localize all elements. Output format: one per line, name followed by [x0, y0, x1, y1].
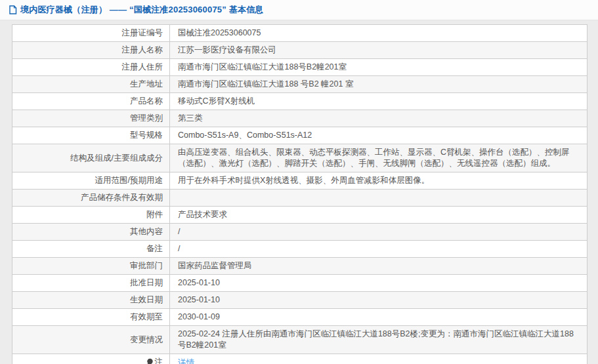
row-value	[170, 190, 587, 207]
row-value-text: 南通市海门区临江镇临江大道188号B2幢201室	[178, 62, 347, 71]
table-row: 生效日期2025-01-10	[12, 292, 587, 309]
row-label: 管理类别	[12, 110, 170, 127]
row-value: 用于在外科手术时提供X射线透视、摄影、外周血管减影和体层图像。	[170, 172, 587, 190]
basic-info-table-body: 注册证编号国械注准20253060075注册人名称江苏一影医疗设备有限公司注册人…	[12, 25, 587, 364]
row-label: 附件	[12, 207, 170, 224]
table-row: 管理类别第三类	[12, 110, 587, 127]
row-label: 生效日期	[12, 292, 170, 309]
table-row: 适用范围/预期用途用于在外科手术时提供X射线透视、摄影、外周血管减影和体层图像。	[12, 172, 587, 190]
row-value: 第三类	[170, 110, 587, 127]
row-label-text: 批准日期	[130, 278, 163, 287]
table-row: 注册人名称江苏一影医疗设备有限公司	[12, 42, 587, 59]
row-value: 2030-01-09	[170, 309, 587, 326]
table-row: 产品名称移动式C形臂X射线机	[12, 93, 587, 110]
row-value: 由高压逆变器、组合机头、限束器、动态平板探测器、工作站、显示器、C臂机架、操作台…	[170, 144, 587, 172]
row-value: 详情	[170, 354, 587, 364]
row-value-text: 2025-02-24 注册人住所由南通市海门区临江镇临江大道188号B2楼;变更…	[178, 329, 574, 350]
row-label-text: 产品储存条件及有效期	[81, 193, 163, 202]
row-label: 批准日期	[12, 275, 170, 292]
row-value-text: 江苏一影医疗设备有限公司	[178, 45, 276, 54]
table-row: 有效期至2030-01-09	[12, 309, 587, 326]
row-value-text: 国家药品监督管理局	[178, 261, 252, 270]
row-value: 2025-01-10	[170, 275, 587, 292]
row-value-text: 移动式C形臂X射线机	[178, 96, 255, 106]
row-label: 产品储存条件及有效期	[12, 190, 170, 207]
row-label: 注册证编号	[12, 25, 170, 42]
row-label-text: 生产地址	[130, 79, 163, 89]
row-value: 国家药品监督管理局	[170, 258, 587, 275]
table-row: 结构及组成/主要组成成分由高压逆变器、组合机头、限束器、动态平板探测器、工作站、…	[12, 144, 587, 172]
table-row: 备注/	[12, 241, 587, 258]
row-value: 移动式C形臂X射线机	[170, 93, 587, 110]
row-value-text: 由高压逆变器、组合机头、限束器、动态平板探测器、工作站、显示器、C臂机架、操作台…	[178, 148, 570, 168]
table-row: 附件产品技术要求	[12, 207, 587, 224]
table-row: 注册证编号国械注准20253060075	[12, 25, 587, 42]
page-header: 境内医疗器械（注册） —— “国械注准20253060075” 基本信息	[0, 0, 598, 20]
table-row: 产品储存条件及有效期	[12, 190, 587, 207]
row-label: 备注	[12, 241, 170, 258]
row-label-text: 注	[155, 357, 163, 364]
document-icon	[9, 5, 17, 14]
row-value-text: 用于在外科手术时提供X射线透视、摄影、外周血管减影和体层图像。	[178, 176, 429, 185]
row-label: 注	[12, 354, 170, 364]
row-value-text: 第三类	[178, 113, 203, 123]
row-value-text: 2025-01-10	[178, 278, 220, 287]
basic-info-panel: 注册证编号国械注准20253060075注册人名称江苏一影医疗设备有限公司注册人…	[12, 24, 587, 364]
row-value: Combo-S51s-A9、Combo-S51s-A12	[170, 127, 587, 144]
row-value-text: /	[178, 244, 180, 253]
table-row: 变更情况2025-02-24 注册人住所由南通市海门区临江镇临江大道188号B2…	[12, 326, 587, 354]
table-row: 生产地址南通市海门区临江镇临江大道188 号B2 幢201 室	[12, 76, 587, 93]
row-value: /	[170, 224, 587, 241]
row-label-text: 管理类别	[130, 113, 163, 123]
row-value-text: 国械注准20253060075	[178, 28, 261, 37]
row-label-text: 有效期至	[130, 312, 163, 321]
table-row: 审批部门国家药品监督管理局	[12, 258, 587, 275]
table-row: 注册人住所南通市海门区临江镇临江大道188号B2幢201室	[12, 59, 587, 76]
row-label-text: 注册证编号	[122, 28, 163, 37]
page-title: 境内医疗器械（注册） —— “国械注准20253060075” 基本信息	[20, 4, 264, 16]
row-label-text: 结构及组成/主要组成成分	[70, 153, 163, 163]
row-value: 南通市海门区临江镇临江大道188号B2幢201室	[170, 59, 587, 76]
row-label-text: 注册人住所	[122, 62, 163, 71]
row-label: 结构及组成/主要组成成分	[12, 144, 170, 172]
details-link[interactable]: 详情	[178, 358, 194, 364]
row-label-text: 备注	[146, 244, 163, 253]
row-label-text: 产品名称	[130, 96, 163, 106]
row-label: 型号规格	[12, 127, 170, 144]
row-label: 适用范围/预期用途	[12, 172, 170, 190]
row-value: 2025-01-10	[170, 292, 587, 309]
row-value-text: /	[178, 227, 180, 236]
table-row: 批准日期2025-01-10	[12, 275, 587, 292]
row-label: 变更情况	[12, 326, 170, 354]
row-label: 产品名称	[12, 93, 170, 110]
table-row: 型号规格Combo-S51s-A9、Combo-S51s-A12	[12, 127, 587, 144]
row-label: 其他内容	[12, 224, 170, 241]
row-value: 国械注准20253060075	[170, 25, 587, 42]
row-label-text: 其他内容	[130, 227, 163, 236]
row-value-text: Combo-S51s-A9、Combo-S51s-A12	[178, 131, 312, 140]
row-label-text: 型号规格	[130, 131, 163, 140]
table-row: 注详情	[12, 354, 587, 364]
row-value-text: 2025-01-10	[178, 295, 220, 304]
row-label-text: 附件	[146, 210, 163, 219]
row-value: /	[170, 241, 587, 258]
row-label: 审批部门	[12, 258, 170, 275]
row-value-text: 产品技术要求	[178, 210, 227, 219]
row-label-text: 变更情况	[130, 335, 163, 344]
row-value-text: 南通市海门区临江镇临江大道188 号B2 幢201 室	[178, 79, 353, 89]
row-value-text: 2030-01-09	[178, 312, 220, 321]
row-label: 有效期至	[12, 309, 170, 326]
row-label: 注册人名称	[12, 42, 170, 59]
row-value: 产品技术要求	[170, 207, 587, 224]
basic-info-table: 注册证编号国械注准20253060075注册人名称江苏一影医疗设备有限公司注册人…	[12, 24, 587, 364]
row-value: 江苏一影医疗设备有限公司	[170, 42, 587, 59]
row-label: 注册人住所	[12, 59, 170, 76]
row-label-text: 注册人名称	[122, 45, 163, 54]
row-label-text: 生效日期	[130, 295, 163, 304]
row-label-text: 适用范围/预期用途	[95, 176, 163, 185]
row-value: 2025-02-24 注册人住所由南通市海门区临江镇临江大道188号B2楼;变更…	[170, 326, 587, 354]
note-icon	[146, 357, 154, 364]
row-value: 南通市海门区临江镇临江大道188 号B2 幢201 室	[170, 76, 587, 93]
table-row: 其他内容/	[12, 224, 587, 241]
row-label-text: 审批部门	[130, 261, 163, 270]
